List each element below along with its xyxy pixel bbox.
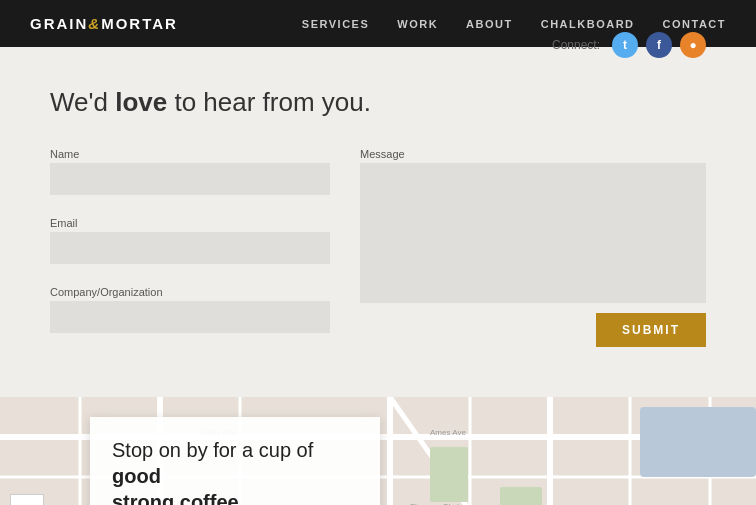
svg-rect-17 bbox=[500, 487, 542, 505]
headline-bold: love bbox=[115, 87, 167, 117]
connect-label: Connect: bbox=[552, 38, 600, 52]
email-label: Email bbox=[50, 217, 330, 229]
nav-work[interactable]: WORK bbox=[397, 18, 438, 30]
headline-prefix: We'd bbox=[50, 87, 115, 117]
svg-line-14 bbox=[390, 397, 550, 505]
map-nav-control[interactable]: ✛ bbox=[10, 494, 44, 505]
nav-links: SERVICES WORK ABOUT CHALKBOARD CONTACT bbox=[302, 18, 726, 30]
nav-chalkboard[interactable]: CHALKBOARD bbox=[541, 18, 635, 30]
submit-button[interactable]: SUBMIT bbox=[596, 313, 706, 347]
contact-form: Name Email Company/Organization Message … bbox=[50, 148, 706, 347]
map-card-bold: goodstrong coffee. bbox=[112, 465, 244, 505]
facebook-link[interactable]: f bbox=[646, 32, 672, 58]
connect-area: Connect: t f ● bbox=[552, 32, 706, 58]
company-field-group: Company/Organization bbox=[50, 286, 330, 333]
contact-section: Connect: t f ● We'd love to hear from yo… bbox=[0, 47, 756, 397]
name-field-group: Name bbox=[50, 148, 330, 195]
rss-link[interactable]: ● bbox=[680, 32, 706, 58]
email-input[interactable] bbox=[50, 232, 330, 264]
message-label: Message bbox=[360, 148, 706, 160]
name-label: Name bbox=[50, 148, 330, 160]
logo-text: GRAIN bbox=[30, 15, 88, 32]
headline-suffix: to hear from you. bbox=[167, 87, 371, 117]
nav-services[interactable]: SERVICES bbox=[302, 18, 369, 30]
submit-row: SUBMIT bbox=[360, 313, 706, 347]
rss-icon: ● bbox=[689, 38, 696, 52]
message-textarea[interactable] bbox=[360, 163, 706, 303]
facebook-icon: f bbox=[657, 38, 661, 52]
email-field-group: Email bbox=[50, 217, 330, 264]
site-logo[interactable]: GRAIN&MORTAR bbox=[30, 15, 178, 32]
nav-contact[interactable]: CONTACT bbox=[663, 18, 726, 30]
form-left-col: Name Email Company/Organization bbox=[50, 148, 330, 347]
company-input[interactable] bbox=[50, 301, 330, 333]
svg-text:Ames Ave: Ames Ave bbox=[430, 428, 466, 437]
map-card-headline: Stop on by for a cup of goodstrong coffe… bbox=[112, 437, 358, 505]
form-right-col: Message SUBMIT bbox=[360, 148, 706, 347]
map-section: Ames Ave Ames Ave Florence Blvd Kountze … bbox=[0, 397, 756, 505]
svg-rect-15 bbox=[640, 407, 756, 477]
map-nav-icon: ✛ bbox=[21, 502, 34, 506]
logo-mortar: MORTAR bbox=[101, 15, 178, 32]
nav-about[interactable]: ABOUT bbox=[466, 18, 513, 30]
map-info-card: Stop on by for a cup of goodstrong coffe… bbox=[90, 417, 380, 505]
twitter-link[interactable]: t bbox=[612, 32, 638, 58]
company-label: Company/Organization bbox=[50, 286, 330, 298]
name-input[interactable] bbox=[50, 163, 330, 195]
contact-headline: We'd love to hear from you. bbox=[50, 87, 706, 118]
svg-rect-16 bbox=[430, 447, 468, 502]
logo-ampersand: & bbox=[88, 15, 101, 32]
twitter-icon: t bbox=[623, 38, 627, 52]
